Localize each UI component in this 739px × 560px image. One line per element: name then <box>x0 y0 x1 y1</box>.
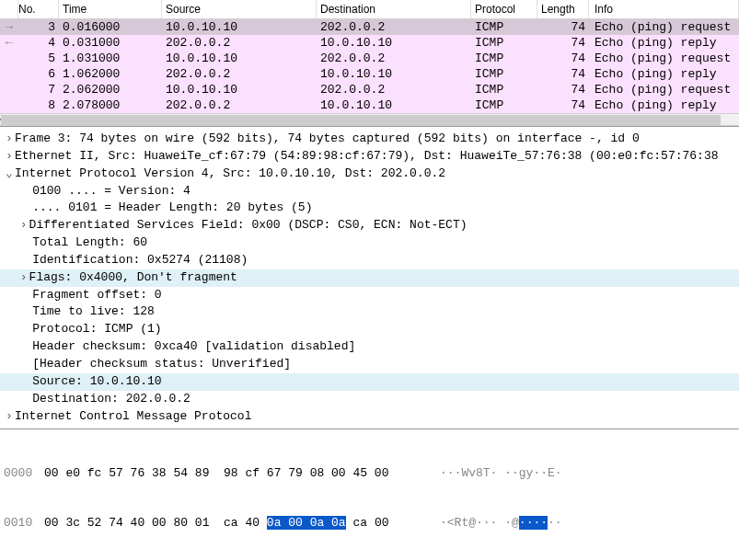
cell-protocol: ICMP <box>471 35 537 51</box>
cell-destination: 10.0.10.10 <box>317 97 471 113</box>
related-arrow-icon: ← <box>0 35 18 51</box>
cell-source: 202.0.0.2 <box>162 35 317 51</box>
tree-ip-checksum[interactable]: Header checksum: 0xca40 [validation disa… <box>0 338 739 356</box>
tree-ip-hlen[interactable]: .... 0101 = Header Length: 20 bytes (5) <box>0 200 739 217</box>
cell-length: 74 <box>537 66 589 82</box>
cell-no: 3 <box>18 19 59 35</box>
tree-label: Frame 3: 74 bytes on wire (592 bits), 74… <box>15 131 640 145</box>
hex-offset: 0000 <box>4 465 44 482</box>
cell-source: 10.0.10.10 <box>162 82 317 97</box>
cell-no: 8 <box>18 97 59 113</box>
hex-ascii: ···Wv8T· ··gy··E· <box>440 465 735 482</box>
cell-destination: 202.0.0.2 <box>317 51 471 66</box>
cell-protocol: ICMP <box>471 19 537 35</box>
horizontal-scrollbar[interactable] <box>0 113 739 126</box>
cell-info: Echo (ping) reply <box>589 66 739 82</box>
packet-row[interactable]: 5 1.031000 10.0.10.10 202.0.0.2 ICMP 74 … <box>0 51 739 66</box>
tree-label: Identification: 0x5274 (21108) <box>32 253 248 267</box>
packet-list-pane: No. Time Source Destination Protocol Len… <box>0 0 739 127</box>
cell-source: 202.0.0.2 <box>162 97 317 113</box>
tree-label: Flags: 0x4000, Don't fragment <box>29 270 237 284</box>
hex-selected-bytes: 0a 00 0a 0a <box>267 516 346 530</box>
cell-info: Echo (ping) reply <box>589 97 739 113</box>
tree-label: .... 0101 = Header Length: 20 bytes (5) <box>32 200 312 214</box>
tree-icmp[interactable]: ›Internet Control Message Protocol <box>0 408 739 426</box>
packet-row[interactable]: 8 2.078000 202.0.0.2 10.0.10.10 ICMP 74 … <box>0 97 739 113</box>
col-header-info[interactable]: Info <box>589 0 739 18</box>
related-arrow-icon <box>0 82 18 97</box>
col-header-destination[interactable]: Destination <box>317 0 471 18</box>
packet-row[interactable]: 6 1.062000 202.0.0.2 10.0.10.10 ICMP 74 … <box>0 66 739 82</box>
tree-ip-source[interactable]: Source: 10.0.10.10 <box>0 373 739 391</box>
col-header-length[interactable]: Length <box>537 0 589 18</box>
related-arrow-icon <box>0 66 18 82</box>
cell-destination: 10.0.10.10 <box>317 66 471 82</box>
tree-label: Header checksum: 0xca40 [validation disa… <box>32 339 355 353</box>
tree-label: Source: 10.0.10.10 <box>32 374 161 388</box>
chevron-right-icon[interactable]: › <box>18 269 29 287</box>
hex-bytes: 00 3c 52 74 40 00 80 01 ca 40 0a 00 0a 0… <box>44 515 440 531</box>
tree-label: Protocol: ICMP (1) <box>32 322 161 336</box>
tree-label: Time to live: 128 <box>32 304 155 318</box>
chevron-right-icon[interactable]: › <box>4 148 15 166</box>
tree-label: Internet Control Message Protocol <box>15 409 251 423</box>
tree-ethernet[interactable]: ›Ethernet II, Src: HuaweiTe_cf:67:79 (54… <box>0 148 739 166</box>
chevron-right-icon[interactable]: › <box>4 131 15 148</box>
tree-label: Destination: 202.0.0.2 <box>32 392 191 406</box>
related-arrow-icon <box>0 51 18 66</box>
cell-time: 1.062000 <box>59 66 162 82</box>
cell-source: 10.0.10.10 <box>162 51 317 66</box>
hex-offset: 0010 <box>4 515 44 531</box>
cell-destination: 202.0.0.2 <box>317 19 471 35</box>
cell-info: Echo (ping) request <box>589 19 739 35</box>
tree-label: Ethernet II, Src: HuaweiTe_cf:67:79 (54:… <box>15 149 719 163</box>
col-header-no[interactable]: No. <box>18 0 59 18</box>
chevron-down-icon[interactable]: ⌄ <box>4 166 15 183</box>
hex-ascii: ·<Rt@··· ·@······ <box>440 515 735 531</box>
col-header-source[interactable]: Source <box>162 0 317 18</box>
tree-ip-dsf[interactable]: ›Differentiated Services Field: 0x00 (DS… <box>0 217 739 234</box>
packet-bytes-pane: 000000 e0 fc 57 76 38 54 89 98 cf 67 79 … <box>0 429 739 560</box>
cell-no: 7 <box>18 82 59 97</box>
tree-frame[interactable]: ›Frame 3: 74 bytes on wire (592 bits), 7… <box>0 131 739 148</box>
tree-ip-ttl[interactable]: Time to live: 128 <box>0 303 739 321</box>
cell-info: Echo (ping) reply <box>589 35 739 51</box>
tree-label: 0100 .... = Version: 4 <box>32 184 191 198</box>
cell-no: 6 <box>18 66 59 82</box>
packet-row[interactable]: → 3 0.016000 10.0.10.10 202.0.0.2 ICMP 7… <box>0 19 739 35</box>
tree-ip-checksum-status[interactable]: [Header checksum status: Unverified] <box>0 356 739 373</box>
col-header-time[interactable]: Time <box>59 0 162 18</box>
packet-row[interactable]: 7 2.062000 10.0.10.10 202.0.0.2 ICMP 74 … <box>0 82 739 97</box>
cell-protocol: ICMP <box>471 82 537 97</box>
tree-ip-destination[interactable]: Destination: 202.0.0.2 <box>0 391 739 408</box>
cell-time: 2.078000 <box>59 97 162 113</box>
chevron-right-icon[interactable]: › <box>4 408 15 426</box>
chevron-right-icon[interactable]: › <box>18 217 29 234</box>
cell-destination: 202.0.0.2 <box>317 82 471 97</box>
tree-ip-flags[interactable]: ›Flags: 0x4000, Don't fragment <box>0 269 739 287</box>
tree-ip[interactable]: ⌄Internet Protocol Version 4, Src: 10.0.… <box>0 166 739 183</box>
tree-label: Differentiated Services Field: 0x00 (DSC… <box>29 218 468 232</box>
col-header-protocol[interactable]: Protocol <box>471 0 537 18</box>
cell-no: 4 <box>18 35 59 51</box>
cell-length: 74 <box>537 35 589 51</box>
tree-ip-totlen[interactable]: Total Length: 60 <box>0 234 739 252</box>
tree-ip-fragoff[interactable]: Fragment offset: 0 <box>0 287 739 304</box>
hex-bytes: 00 e0 fc 57 76 38 54 89 98 cf 67 79 08 0… <box>44 465 440 482</box>
cell-destination: 10.0.10.10 <box>317 35 471 51</box>
hex-row[interactable]: 001000 3c 52 74 40 00 80 01 ca 40 0a 00 … <box>4 515 735 531</box>
cell-length: 74 <box>537 97 589 113</box>
hex-row[interactable]: 000000 e0 fc 57 76 38 54 89 98 cf 67 79 … <box>4 465 735 482</box>
packet-row[interactable]: ← 4 0.031000 202.0.0.2 10.0.10.10 ICMP 7… <box>0 35 739 51</box>
cell-time: 0.016000 <box>59 19 162 35</box>
related-arrow-icon <box>0 97 18 113</box>
cell-source: 202.0.0.2 <box>162 66 317 82</box>
tree-ip-version[interactable]: 0100 .... = Version: 4 <box>0 183 739 200</box>
tree-label: [Header checksum status: Unverified] <box>32 357 291 371</box>
col-header-marker[interactable] <box>0 0 18 18</box>
cell-length: 74 <box>537 19 589 35</box>
tree-ip-proto[interactable]: Protocol: ICMP (1) <box>0 321 739 338</box>
packet-list-header: No. Time Source Destination Protocol Len… <box>0 0 739 19</box>
cell-time: 1.031000 <box>59 51 162 66</box>
tree-ip-id[interactable]: Identification: 0x5274 (21108) <box>0 252 739 269</box>
